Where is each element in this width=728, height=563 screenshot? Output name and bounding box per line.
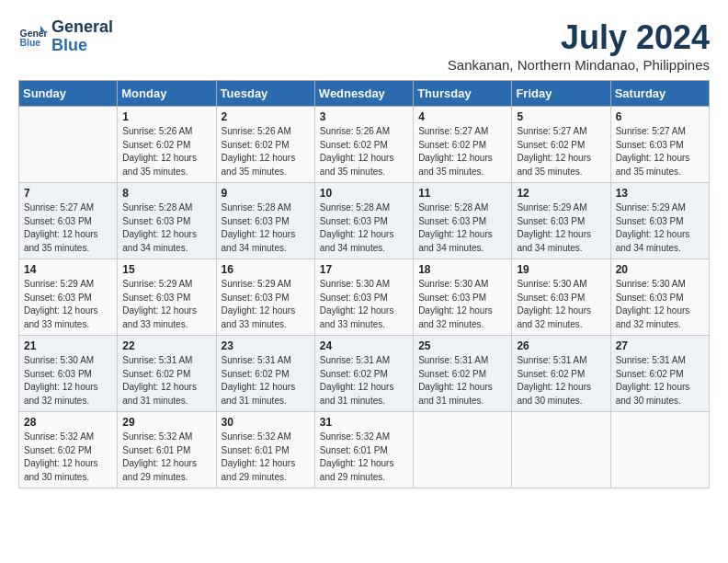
day-number: 14: [24, 263, 112, 276]
calendar-cell: 5Sunrise: 5:27 AMSunset: 6:02 PMDaylight…: [512, 107, 610, 183]
calendar-cell: [610, 412, 709, 488]
calendar-cell: 11Sunrise: 5:28 AMSunset: 6:03 PMDayligh…: [414, 183, 512, 259]
day-info: Sunrise: 5:32 AMSunset: 6:01 PMDaylight:…: [320, 431, 408, 484]
day-info: Sunrise: 5:31 AMSunset: 6:02 PMDaylight:…: [222, 354, 310, 408]
day-number: 26: [517, 339, 605, 352]
day-number: 20: [616, 263, 704, 276]
calendar-cell: 13Sunrise: 5:29 AMSunset: 6:03 PMDayligh…: [610, 183, 709, 259]
calendar-cell: [512, 412, 610, 488]
day-number: 18: [418, 263, 506, 276]
day-info: Sunrise: 5:32 AMSunset: 6:01 PMDaylight:…: [122, 431, 210, 484]
day-number: 23: [222, 339, 310, 352]
calendar-cell: 24Sunrise: 5:31 AMSunset: 6:02 PMDayligh…: [314, 336, 413, 412]
day-number: 12: [517, 187, 605, 200]
day-number: 27: [616, 339, 704, 352]
calendar-week-row: 14Sunrise: 5:29 AMSunset: 6:03 PMDayligh…: [19, 259, 710, 336]
calendar-cell: 9Sunrise: 5:28 AMSunset: 6:03 PMDaylight…: [216, 183, 314, 259]
calendar-cell: 17Sunrise: 5:30 AMSunset: 6:03 PMDayligh…: [314, 259, 413, 336]
day-info: Sunrise: 5:27 AMSunset: 6:03 PMDaylight:…: [616, 125, 704, 178]
day-info: Sunrise: 5:31 AMSunset: 6:02 PMDaylight:…: [320, 354, 408, 408]
calendar-cell: 19Sunrise: 5:30 AMSunset: 6:03 PMDayligh…: [512, 259, 610, 336]
calendar-cell: 1Sunrise: 5:26 AMSunset: 6:02 PMDaylight…: [118, 107, 216, 183]
calendar-cell: 14Sunrise: 5:29 AMSunset: 6:03 PMDayligh…: [19, 259, 118, 336]
day-info: Sunrise: 5:26 AMSunset: 6:02 PMDaylight:…: [320, 125, 408, 178]
day-info: Sunrise: 5:27 AMSunset: 6:02 PMDaylight:…: [418, 125, 506, 178]
day-info: Sunrise: 5:30 AMSunset: 6:03 PMDaylight:…: [616, 278, 704, 331]
day-info: Sunrise: 5:28 AMSunset: 6:03 PMDaylight:…: [320, 201, 408, 255]
day-number: 30: [222, 416, 310, 429]
calendar-cell: 31Sunrise: 5:32 AMSunset: 6:01 PMDayligh…: [314, 412, 413, 488]
calendar-cell: 22Sunrise: 5:31 AMSunset: 6:02 PMDayligh…: [118, 336, 216, 412]
day-info: Sunrise: 5:27 AMSunset: 6:02 PMDaylight:…: [517, 125, 605, 178]
calendar-cell: 8Sunrise: 5:28 AMSunset: 6:03 PMDaylight…: [118, 183, 216, 259]
calendar-cell: 10Sunrise: 5:28 AMSunset: 6:03 PMDayligh…: [314, 183, 413, 259]
day-info: Sunrise: 5:29 AMSunset: 6:03 PMDaylight:…: [517, 201, 605, 255]
calendar-cell: [19, 107, 118, 183]
day-number: 19: [517, 263, 605, 276]
weekday-header-tuesday: Tuesday: [216, 81, 314, 107]
calendar-week-row: 28Sunrise: 5:32 AMSunset: 6:02 PMDayligh…: [19, 412, 710, 488]
calendar-cell: 23Sunrise: 5:31 AMSunset: 6:02 PMDayligh…: [216, 336, 314, 412]
logo: General Blue General Blue: [18, 18, 113, 55]
calendar-cell: 15Sunrise: 5:29 AMSunset: 6:03 PMDayligh…: [118, 259, 216, 336]
day-number: 1: [122, 110, 210, 123]
day-number: 11: [418, 187, 506, 200]
calendar-cell: 25Sunrise: 5:31 AMSunset: 6:02 PMDayligh…: [414, 336, 512, 412]
day-number: 13: [616, 187, 704, 200]
day-info: Sunrise: 5:28 AMSunset: 6:03 PMDaylight:…: [418, 201, 506, 255]
day-number: 9: [222, 187, 310, 200]
calendar-cell: 26Sunrise: 5:31 AMSunset: 6:02 PMDayligh…: [512, 336, 610, 412]
weekday-header-monday: Monday: [118, 81, 216, 107]
page-header: General Blue General Blue July 2024 Sank…: [18, 18, 710, 73]
day-info: Sunrise: 5:29 AMSunset: 6:03 PMDaylight:…: [222, 278, 310, 331]
logo-line2: Blue: [51, 36, 87, 54]
weekday-header-thursday: Thursday: [414, 81, 512, 107]
day-number: 21: [24, 339, 112, 352]
day-info: Sunrise: 5:31 AMSunset: 6:02 PMDaylight:…: [122, 354, 210, 408]
day-number: 31: [320, 416, 408, 429]
calendar-week-row: 7Sunrise: 5:27 AMSunset: 6:03 PMDaylight…: [19, 183, 710, 259]
day-number: 3: [320, 110, 408, 123]
day-number: 16: [222, 263, 310, 276]
calendar-cell: 4Sunrise: 5:27 AMSunset: 6:02 PMDaylight…: [414, 107, 512, 183]
day-number: 5: [517, 110, 605, 123]
calendar-cell: 2Sunrise: 5:26 AMSunset: 6:02 PMDaylight…: [216, 107, 314, 183]
day-number: 7: [24, 187, 112, 200]
calendar-cell: 6Sunrise: 5:27 AMSunset: 6:03 PMDaylight…: [610, 107, 709, 183]
calendar-week-row: 1Sunrise: 5:26 AMSunset: 6:02 PMDaylight…: [19, 107, 710, 183]
calendar-cell: 20Sunrise: 5:30 AMSunset: 6:03 PMDayligh…: [610, 259, 709, 336]
day-info: Sunrise: 5:26 AMSunset: 6:02 PMDaylight:…: [122, 125, 210, 178]
calendar-cell: 30Sunrise: 5:32 AMSunset: 6:01 PMDayligh…: [216, 412, 314, 488]
day-number: 28: [24, 416, 112, 429]
day-number: 17: [320, 263, 408, 276]
day-number: 24: [320, 339, 408, 352]
logo-line1: General: [51, 17, 113, 36]
calendar-cell: 16Sunrise: 5:29 AMSunset: 6:03 PMDayligh…: [216, 259, 314, 336]
weekday-header-sunday: Sunday: [19, 81, 118, 107]
weekday-header-friday: Friday: [512, 81, 610, 107]
day-number: 10: [320, 187, 408, 200]
day-info: Sunrise: 5:30 AMSunset: 6:03 PMDaylight:…: [320, 278, 408, 331]
calendar-week-row: 21Sunrise: 5:30 AMSunset: 6:03 PMDayligh…: [19, 336, 710, 412]
weekday-header-saturday: Saturday: [610, 81, 709, 107]
calendar-cell: 18Sunrise: 5:30 AMSunset: 6:03 PMDayligh…: [414, 259, 512, 336]
day-number: 6: [616, 110, 704, 123]
weekday-header-row: SundayMondayTuesdayWednesdayThursdayFrid…: [19, 81, 710, 107]
day-number: 8: [122, 187, 210, 200]
day-number: 25: [418, 339, 506, 352]
calendar-cell: 28Sunrise: 5:32 AMSunset: 6:02 PMDayligh…: [19, 412, 118, 488]
calendar-cell: 12Sunrise: 5:29 AMSunset: 6:03 PMDayligh…: [512, 183, 610, 259]
day-info: Sunrise: 5:30 AMSunset: 6:03 PMDaylight:…: [24, 354, 112, 408]
day-info: Sunrise: 5:27 AMSunset: 6:03 PMDaylight:…: [24, 201, 112, 255]
day-info: Sunrise: 5:29 AMSunset: 6:03 PMDaylight:…: [122, 278, 210, 331]
logo-icon: General Blue: [18, 22, 48, 52]
day-number: 15: [122, 263, 210, 276]
day-info: Sunrise: 5:30 AMSunset: 6:03 PMDaylight:…: [517, 278, 605, 331]
day-number: 4: [418, 110, 506, 123]
day-number: 2: [222, 110, 310, 123]
calendar-cell: 29Sunrise: 5:32 AMSunset: 6:01 PMDayligh…: [118, 412, 216, 488]
month-year: July 2024: [448, 18, 710, 57]
day-info: Sunrise: 5:26 AMSunset: 6:02 PMDaylight:…: [222, 125, 310, 178]
day-info: Sunrise: 5:31 AMSunset: 6:02 PMDaylight:…: [418, 354, 506, 408]
day-info: Sunrise: 5:31 AMSunset: 6:02 PMDaylight:…: [616, 354, 704, 408]
